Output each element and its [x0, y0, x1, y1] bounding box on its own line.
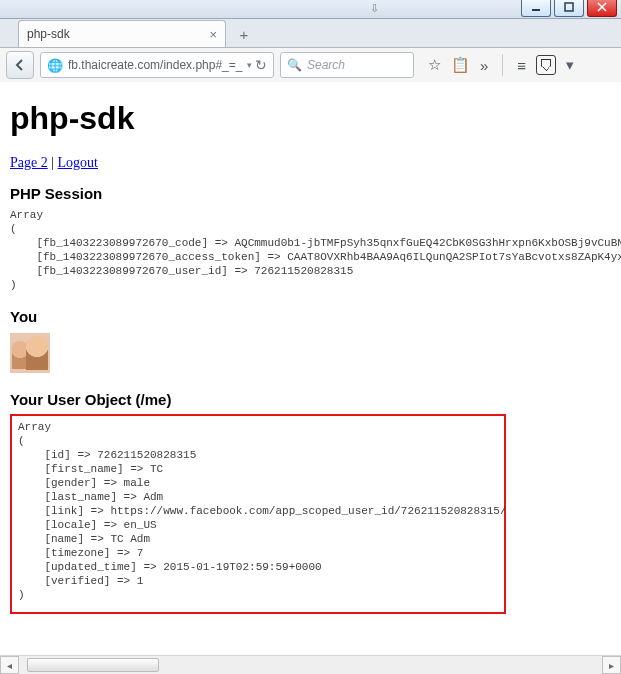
search-icon: 🔍 — [287, 58, 302, 72]
svg-rect-1 — [565, 3, 573, 11]
heading-you: You — [10, 308, 611, 325]
window-titlebar: ⇩ — [0, 0, 621, 19]
toolbar-separator — [502, 54, 503, 76]
link-page-2[interactable]: Page 2 — [10, 155, 48, 170]
nav-links: Page 2 | Logout — [10, 155, 611, 171]
arrow-left-icon — [13, 58, 27, 72]
scroll-track[interactable] — [19, 657, 602, 673]
new-tab-button[interactable]: + — [232, 24, 256, 44]
page-title: php-sdk — [10, 100, 611, 137]
globe-icon: 🌐 — [47, 58, 63, 73]
link-separator: | — [48, 155, 58, 170]
scroll-thumb[interactable] — [27, 658, 159, 672]
search-bar[interactable]: 🔍 Search — [280, 52, 414, 78]
horizontal-scrollbar: ◂ ▸ — [0, 655, 621, 674]
window-minimize-button[interactable] — [521, 0, 551, 17]
scroll-right-button[interactable]: ▸ — [602, 656, 621, 674]
toolbar-right-icons: ☆ 📋 » ≡ ⛉ ▾ — [428, 54, 574, 76]
maximize-icon — [564, 2, 574, 12]
search-placeholder: Search — [307, 58, 345, 72]
hamburger-menu-icon[interactable]: ≡ — [517, 57, 526, 74]
browser-toolbar: 🌐 fb.thaicreate.com/index.php#_=_ ▾ ↻ 🔍 … — [0, 48, 621, 83]
page-viewport: php-sdk Page 2 | Logout PHP Session Arra… — [0, 82, 621, 652]
page-content: php-sdk Page 2 | Logout PHP Session Arra… — [0, 82, 621, 622]
bookmark-star-icon[interactable]: ☆ — [428, 56, 441, 74]
heading-user-object: Your User Object (/me) — [10, 391, 611, 408]
close-icon — [597, 2, 607, 12]
overflow-icon[interactable]: » — [480, 57, 488, 74]
address-bar[interactable]: 🌐 fb.thaicreate.com/index.php#_=_ ▾ ↻ — [40, 52, 274, 78]
drag-indicator-icon: ⇩ — [370, 2, 379, 15]
session-array-dump: Array ( [fb_1403223089972670_code] => AQ… — [10, 208, 611, 292]
plus-icon: + — [240, 26, 249, 43]
minimize-icon — [531, 2, 541, 12]
svg-rect-0 — [532, 9, 540, 11]
link-logout[interactable]: Logout — [58, 155, 98, 170]
scroll-left-button[interactable]: ◂ — [0, 656, 19, 674]
window-maximize-button[interactable] — [554, 0, 584, 17]
url-text: fb.thaicreate.com/index.php#_=_ — [68, 58, 244, 72]
highlighted-box: Array ( [id] => 726211520828315 [first_n… — [10, 414, 506, 614]
reload-icon[interactable]: ↻ — [255, 57, 267, 73]
extension-shield-icon[interactable]: ⛉ — [536, 55, 556, 75]
tab-close-icon[interactable]: × — [209, 27, 217, 42]
dropdown-icon[interactable]: ▾ — [247, 60, 252, 70]
user-avatar — [10, 333, 50, 373]
chevron-down-icon[interactable]: ▾ — [566, 56, 574, 74]
nav-back-button[interactable] — [6, 51, 34, 79]
user-object-dump: Array ( [id] => 726211520828315 [first_n… — [18, 420, 498, 602]
heading-php-session: PHP Session — [10, 185, 611, 202]
browser-tab[interactable]: php-sdk × — [18, 20, 226, 47]
tab-title: php-sdk — [27, 27, 70, 41]
tab-strip: php-sdk × + — [0, 19, 621, 48]
window-controls — [521, 0, 617, 17]
clipboard-icon[interactable]: 📋 — [451, 56, 470, 74]
window-close-button[interactable] — [587, 0, 617, 17]
